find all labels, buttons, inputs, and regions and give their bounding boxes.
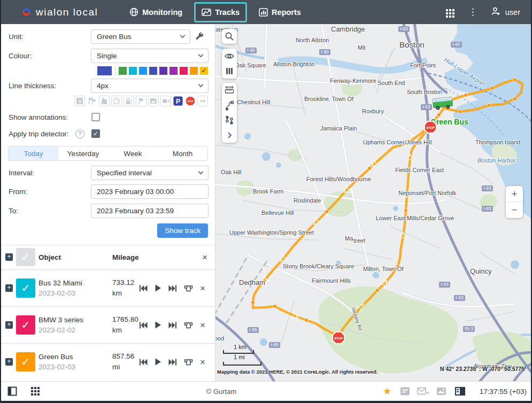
expand-track-button[interactable]: + (5, 321, 13, 329)
scale-mi-bar (223, 362, 261, 366)
show-annotations-checkbox[interactable] (91, 113, 100, 121)
colour-swatch[interactable] (180, 67, 188, 75)
colour-swatch[interactable] (97, 66, 112, 75)
layout-toggle-icon[interactable] (455, 387, 465, 396)
trip-detector-checkbox[interactable]: ✓ (91, 129, 100, 138)
map-measure-tools (222, 83, 237, 143)
remove-track-button[interactable]: × (200, 358, 205, 367)
colour-swatch[interactable] (169, 67, 178, 75)
nav-tab-reports[interactable]: Reports (251, 2, 309, 22)
expand-tools-chevron-icon[interactable] (222, 128, 237, 143)
trip-detector-help-icon[interactable]: ? (75, 129, 84, 138)
remove-track-button[interactable]: × (200, 321, 205, 330)
track-checkbox[interactable]: ✓ (16, 315, 35, 335)
period-tab-week[interactable]: Week (108, 146, 158, 160)
skip-to-start-button[interactable] (139, 359, 148, 366)
notifications-icon[interactable] (400, 387, 410, 396)
show-track-button[interactable]: Show track (157, 223, 208, 238)
line-thickness-select[interactable]: 4px (91, 79, 209, 93)
colour-swatch[interactable] (149, 67, 157, 75)
line-thickness-value: 4px (97, 82, 199, 90)
unit-select[interactable]: Green Bus (91, 29, 190, 44)
interval-select[interactable]: Specified interval (91, 166, 209, 180)
expand-all-button[interactable]: + (5, 253, 13, 261)
track-points-button[interactable] (184, 284, 193, 292)
flags-marker-button[interactable] (136, 96, 147, 106)
apps-grid-icon[interactable] (446, 9, 448, 11)
route-icon[interactable] (222, 98, 237, 113)
track-points-button[interactable] (184, 358, 193, 366)
more-menu-icon[interactable]: ⋮ (468, 7, 477, 17)
skip-to-end-button[interactable] (168, 359, 177, 366)
brand-logo[interactable]: wialon local (22, 6, 98, 18)
media-icon[interactable] (436, 387, 446, 396)
track-checkbox[interactable]: ✓ (16, 278, 35, 298)
colour-swatch[interactable] (139, 67, 147, 75)
parkings-marker-button[interactable]: P (173, 96, 183, 106)
nav-tab-tracks[interactable]: Tracks (194, 2, 247, 22)
visibility-eye-icon[interactable] (222, 49, 237, 64)
search-icon[interactable] (222, 29, 237, 44)
track-date: 2023-02-03 (38, 363, 75, 371)
colour-swatch-row: ✓ (97, 66, 208, 75)
mileage-unit: mi (112, 362, 134, 373)
stops-marker-button[interactable]: STOP (185, 96, 196, 106)
interval-label: Interval: (9, 169, 34, 177)
ruler-icon[interactable] (222, 83, 237, 98)
track-date: 2023-02-03 (38, 289, 82, 297)
colour-swatch[interactable]: ✓ (200, 67, 208, 75)
period-tab-yesterday[interactable]: Yesterday (58, 146, 108, 160)
panel-toggle-icon[interactable] (7, 386, 17, 396)
arrows-marker-button[interactable] (197, 96, 208, 106)
track-points-button[interactable] (184, 321, 193, 329)
videos-marker-button[interactable] (160, 96, 171, 106)
favorites-star-icon[interactable]: ★ (383, 386, 391, 396)
colour-swatch[interactable] (119, 67, 127, 75)
colour-select[interactable]: Single (91, 49, 209, 63)
fuellings-marker-button[interactable] (124, 96, 134, 106)
map-canvas[interactable]: WatertownCambridgeNorth AllstonMitBoston… (215, 24, 531, 381)
speedings-marker-button[interactable] (111, 96, 122, 106)
from-datetime-input[interactable]: 2023 February 03 00:00 (91, 184, 209, 199)
events-marker-button[interactable] (87, 96, 97, 106)
scale-km-label: 1 km (223, 344, 261, 350)
fuel-thefts-marker-button[interactable] (99, 96, 110, 106)
remove-track-button[interactable]: × (200, 284, 205, 293)
colour-swatch[interactable] (159, 67, 167, 75)
zoom-out-button[interactable]: − (506, 202, 523, 218)
bottom-apps-grid-icon[interactable] (31, 387, 40, 396)
wialon-logo-icon (21, 6, 32, 17)
points-counter-marker-button[interactable]: 3 (74, 96, 85, 106)
to-datetime-input[interactable]: 2023 February 03 23:59 (91, 204, 209, 218)
period-tab-month[interactable]: Month (158, 146, 207, 160)
unit-bus-icon[interactable] (431, 95, 455, 112)
colour-swatch[interactable] (129, 67, 137, 75)
track-checkbox[interactable]: ✓ (16, 352, 35, 371)
skip-to-start-button[interactable] (139, 322, 148, 329)
colour-select-value: Single (97, 52, 199, 60)
select-all-checkbox[interactable]: ✓ (16, 248, 35, 266)
unit-settings-wrench-icon[interactable] (195, 31, 204, 43)
expand-track-button[interactable]: + (5, 358, 13, 366)
skip-to-start-button[interactable] (139, 285, 148, 292)
user-menu[interactable]: user (490, 6, 520, 18)
skip-to-end-button[interactable] (168, 322, 177, 329)
traffic-layers-icon[interactable] (222, 64, 237, 79)
play-track-button[interactable] (155, 321, 161, 329)
images-marker-button[interactable] (148, 96, 159, 106)
track-list-header: + ✓ Object Mileage × (1, 245, 215, 269)
play-track-button[interactable] (155, 358, 161, 366)
colour-swatch[interactable] (190, 67, 198, 75)
remove-all-tracks-button[interactable]: × (202, 253, 207, 262)
nav-tab-monitoring[interactable]: Monitoring (122, 2, 190, 22)
play-track-button[interactable] (155, 284, 161, 292)
zoom-in-button[interactable]: + (506, 186, 523, 202)
expand-track-button[interactable]: + (5, 284, 13, 292)
messages-icon[interactable] (417, 387, 429, 396)
copyright: © Gurtam (189, 387, 253, 396)
map-attribution: Mapping data © 2021 HERE, © 2021 CoreLog… (217, 369, 377, 375)
user-name: user (505, 8, 520, 17)
period-tab-today[interactable]: Today (9, 146, 58, 160)
skip-to-end-button[interactable] (168, 285, 177, 292)
points-icon[interactable] (222, 113, 237, 128)
